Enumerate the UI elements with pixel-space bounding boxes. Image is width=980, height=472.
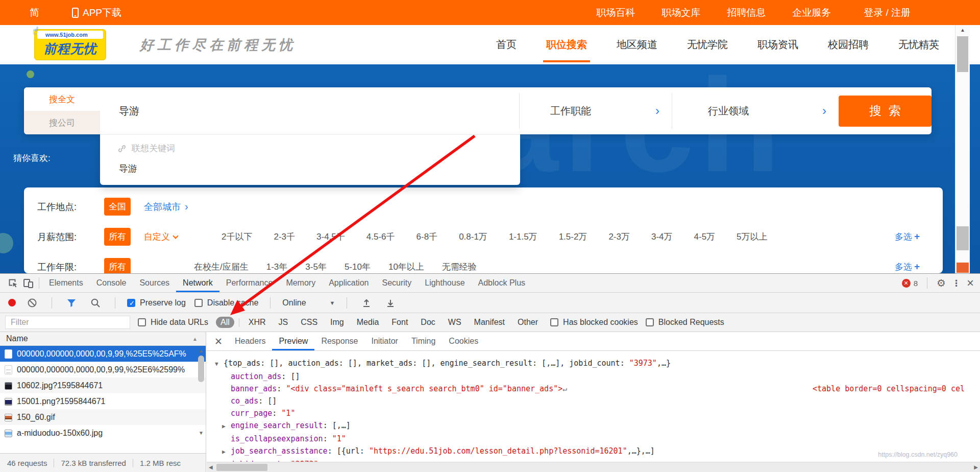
close-detail-icon[interactable]: ✕ [209, 336, 228, 347]
filter-option[interactable]: 在校生/应届生 [194, 261, 249, 273]
checkbox-unchecked-icon[interactable] [646, 318, 654, 326]
devtools-tab[interactable]: Console [90, 274, 133, 292]
resource-type-pill[interactable]: XHR [244, 317, 271, 328]
checkbox-unchecked-icon[interactable] [550, 318, 558, 326]
json-line[interactable]: ▶job_search_assistance: [{url: "https://… [215, 445, 980, 458]
devtools-tab[interactable]: Elements [42, 274, 90, 292]
filter-option[interactable]: 10年以上 [388, 261, 424, 273]
devtools-tab[interactable]: Sources [133, 274, 176, 292]
topbar-link[interactable]: 职场文库 [662, 6, 700, 19]
devtools-tab[interactable]: Lighthouse [418, 274, 471, 292]
network-filter-input[interactable] [5, 316, 130, 329]
search-icon[interactable] [88, 295, 103, 311]
checkbox-checked-icon[interactable] [127, 299, 135, 307]
detail-tab[interactable]: Preview [272, 332, 314, 350]
tab-search-fulltext[interactable]: 搜全文 [24, 87, 100, 111]
network-request-row[interactable]: 10602.jpg?1595844671 [0, 377, 206, 393]
disable-cache-checkbox[interactable]: Disable cache [194, 298, 259, 308]
detail-tab[interactable]: Initiator [364, 332, 404, 350]
resource-type-pill[interactable]: WS [444, 317, 466, 328]
tab-search-company[interactable]: 搜公司 [24, 111, 100, 134]
devtools-tab[interactable]: Application [322, 274, 375, 292]
filter-option[interactable]: 3-4.5千 [316, 231, 345, 243]
topbar-link[interactable]: 招聘信息 [727, 6, 766, 19]
device-toolbar-icon[interactable] [20, 275, 36, 291]
network-request-row[interactable]: a-miduoduo-150x60.jpg [0, 425, 206, 441]
app-download-link[interactable]: APP下载 [83, 6, 121, 19]
resource-type-pill[interactable]: All [216, 317, 234, 328]
filter-option[interactable]: 3-4万 [651, 231, 673, 243]
industry-dropdown[interactable]: 行业领域 › [672, 87, 839, 134]
json-line[interactable]: ▶engine_search_result: [,…] [215, 419, 980, 433]
filter-option[interactable]: 0.8-1万 [459, 231, 487, 243]
hide-data-urls-checkbox[interactable]: Hide data URLs [138, 318, 208, 327]
filter-funnel-icon[interactable] [64, 295, 79, 311]
detail-tab[interactable]: Headers [228, 332, 272, 350]
network-request-row[interactable]: 000000,000000,0000,00,9,99,%25E6%2599% [0, 362, 206, 377]
filter-option[interactable]: 2-3万 [608, 231, 630, 243]
detail-tab[interactable]: Response [314, 332, 364, 350]
expand-triangle-icon[interactable]: ▶ [222, 420, 231, 433]
resource-type-pill[interactable]: Doc [416, 317, 439, 328]
login-register-link[interactable]: 登录 / 注册 [864, 6, 911, 19]
salary-all-button[interactable]: 所有 [104, 228, 131, 246]
json-line[interactable]: banner_ads: "<div class="mainleft s_sear… [215, 383, 980, 395]
scrollbar-thumb[interactable] [216, 464, 267, 471]
resource-type-pill[interactable]: JS [274, 317, 293, 328]
horizontal-scrollbar[interactable]: ◀ ▶ [207, 462, 980, 472]
checkbox-unchecked-icon[interactable] [138, 318, 146, 326]
filter-option[interactable]: 1.5-2万 [559, 231, 587, 243]
network-request-row[interactable]: 000000,000000,0000,00,9,99,%25E5%25AF% [0, 346, 206, 362]
filter-option[interactable]: 4.5-6千 [366, 231, 395, 243]
nav-item[interactable]: 校园招聘 [828, 38, 869, 52]
filter-option[interactable]: 2千以下 [222, 231, 252, 243]
checkbox-unchecked-icon[interactable] [194, 299, 203, 307]
scroll-left-arrow-icon[interactable]: ◀ [209, 464, 213, 470]
scroll-right-arrow-icon[interactable]: ▶ [974, 464, 978, 470]
detail-tab[interactable]: Cookies [442, 332, 485, 350]
resource-type-pill[interactable]: Img [326, 317, 349, 328]
experience-all-button[interactable]: 所有 [104, 258, 131, 273]
detail-tab[interactable]: Timing [405, 332, 442, 350]
scroll-up-arrow-icon[interactable]: ▲ [955, 25, 970, 35]
json-line[interactable]: co_ads: [] [215, 395, 980, 407]
salary-multiselect-button[interactable]: 多选+ [895, 231, 920, 243]
experience-multiselect-button[interactable]: 多选+ [895, 261, 920, 273]
filter-option[interactable]: 1-3年 [266, 261, 288, 273]
page-scrollbar[interactable]: ▲ [955, 25, 970, 273]
resource-type-pill[interactable]: CSS [296, 317, 322, 328]
has-blocked-cookies-checkbox[interactable]: Has blocked cookies [550, 318, 638, 327]
topbar-link[interactable]: 企业服务 [792, 6, 831, 19]
job-function-dropdown[interactable]: 工作职能 › [520, 87, 672, 134]
scrollbar-thumb[interactable] [198, 356, 204, 382]
resource-type-pill[interactable]: Font [387, 317, 412, 328]
filter-option[interactable]: 5万以上 [737, 231, 767, 243]
filter-option[interactable]: 6-8千 [416, 231, 438, 243]
network-request-row[interactable]: 15001.png?1595844671 [0, 393, 206, 409]
devtools-tab[interactable]: Memory [279, 274, 322, 292]
resource-type-pill[interactable]: Manifest [470, 317, 509, 328]
export-har-icon[interactable] [383, 295, 398, 311]
topbar-link[interactable]: 职场百科 [596, 6, 635, 19]
throttling-dropdown[interactable]: Online ▼ [282, 298, 335, 308]
name-column-header[interactable]: Name [6, 334, 28, 343]
keyword-input[interactable]: 导游 [100, 87, 519, 134]
filter-option[interactable]: 3-5年 [305, 261, 327, 273]
expand-triangle-icon[interactable]: ▼ [215, 358, 224, 370]
scrollbar-thumb[interactable] [957, 36, 968, 72]
filter-option[interactable]: 1-1.5万 [509, 231, 537, 243]
more-options-kebab-icon[interactable]: ⋮ [952, 278, 961, 289]
suggest-item[interactable]: 导游 [100, 154, 520, 175]
error-badge-icon[interactable]: ✕ [902, 279, 911, 288]
scroll-up-arrow-icon[interactable]: ▲ [199, 348, 204, 353]
filter-option[interactable]: 2-3千 [274, 231, 295, 243]
devtools-tab[interactable]: Security [375, 274, 418, 292]
network-request-row[interactable]: 150_60.gif [0, 409, 206, 425]
record-network-log-icon[interactable] [8, 299, 16, 306]
scroll-down-arrow-icon[interactable]: ▼ [199, 430, 204, 436]
filter-option[interactable]: 5-10年 [345, 261, 371, 273]
51job-logo[interactable]: ☝ www.51job.com 前程无忧 [34, 29, 106, 60]
error-count[interactable]: 8 [914, 279, 918, 288]
filter-option[interactable]: 无需经验 [442, 261, 477, 273]
preserve-log-checkbox[interactable]: Preserve log [127, 298, 186, 308]
